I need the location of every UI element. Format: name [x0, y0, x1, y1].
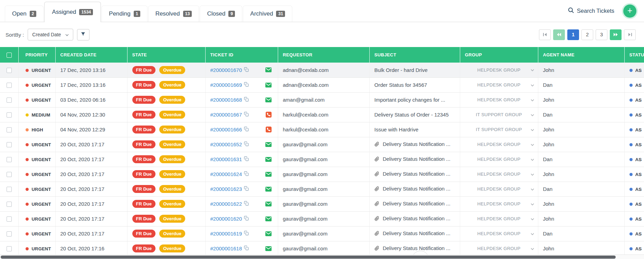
requestor-cell: gaurav@gmail.com	[278, 211, 369, 226]
copy-icon[interactable]	[244, 82, 249, 88]
ticket-id-link[interactable]: #2000001619	[210, 231, 242, 237]
last-page-button[interactable]	[624, 29, 636, 40]
row-checkbox[interactable]	[7, 68, 12, 73]
add-ticket-button[interactable]: +	[623, 4, 636, 18]
row-checkbox[interactable]	[7, 187, 12, 192]
tab-closed[interactable]: Closed 9	[200, 6, 242, 22]
group-cell[interactable]: HELPDESK GROUP	[460, 167, 538, 182]
requestor-cell: gaurav@gmail.com	[278, 226, 369, 241]
ticket-row[interactable]: MEDIUM 04 Nov, 2020 12:30 FR Due Overdue…	[0, 107, 644, 122]
row-checkbox[interactable]	[7, 142, 12, 147]
page-button-3[interactable]: 3	[596, 29, 607, 40]
ticket-id-link[interactable]: #2000001669	[210, 82, 242, 88]
requestor-cell: gaurav@gmail.com	[278, 137, 369, 152]
ticket-row[interactable]: URGENT 20 Oct, 2020 17:17 FR Due Overdue…	[0, 152, 644, 167]
copy-icon[interactable]	[244, 231, 249, 237]
state-cell: FR Due Overdue	[127, 152, 205, 167]
group-cell[interactable]: IT SUPPORT GROUP	[460, 122, 538, 137]
ticket-row[interactable]: URGENT 03 Dec, 2020 06:16 FR Due Overdue…	[0, 92, 644, 107]
group-cell[interactable]: IT SUPPORT GROUP	[460, 107, 538, 122]
page-button-2[interactable]: 2	[581, 29, 593, 40]
row-checkbox[interactable]	[7, 127, 12, 132]
ticket-id-link[interactable]: #2000001623	[210, 186, 242, 192]
copy-icon[interactable]	[244, 156, 249, 162]
copy-icon[interactable]	[244, 216, 249, 222]
sort-select[interactable]: Created Date	[28, 29, 73, 40]
horizontal-scrollbar-thumb[interactable]	[1, 256, 616, 259]
copy-icon[interactable]	[244, 127, 249, 132]
subject-cell: Bulk Order - hard Drive	[369, 63, 460, 77]
tab-assigned[interactable]: Assigned 1534	[44, 2, 101, 22]
mail-icon	[265, 202, 272, 206]
row-checkbox[interactable]	[7, 231, 12, 237]
copy-icon[interactable]	[244, 141, 249, 147]
group-cell[interactable]: HELPDESK GROUP	[460, 211, 538, 226]
row-checkbox[interactable]	[7, 202, 12, 207]
tab-count-badge: 31	[276, 11, 285, 17]
tab-pending[interactable]: Pending 1	[102, 6, 147, 22]
column-header-agent-name: AGENT NAME	[538, 47, 624, 63]
group-cell[interactable]: HELPDESK GROUP	[460, 137, 538, 152]
ticket-row[interactable]: URGENT 20 Oct, 2020 17:17 FR Due Overdue…	[0, 226, 644, 241]
ticket-id-link[interactable]: #2000001652	[210, 141, 242, 147]
priority-dot	[26, 84, 29, 87]
tab-count-badge: 1	[134, 11, 140, 17]
ticket-id-link[interactable]: #2000001622	[210, 201, 242, 207]
ticket-row[interactable]: URGENT 20 Oct, 2020 17:17 FR Due Overdue…	[0, 211, 644, 226]
group-cell[interactable]: HELPDESK GROUP	[460, 182, 538, 196]
row-checkbox[interactable]	[7, 98, 12, 103]
page-button-1[interactable]: 1	[567, 29, 579, 40]
filter-button[interactable]	[77, 29, 89, 40]
row-checkbox[interactable]	[7, 172, 12, 177]
copy-icon[interactable]	[244, 97, 249, 103]
search-tickets-button[interactable]: Search Tickets	[568, 7, 614, 15]
ticket-row[interactable]: URGENT 20 Oct, 2020 17:17 FR Due Overdue…	[0, 137, 644, 152]
copy-icon[interactable]	[244, 171, 249, 177]
group-cell[interactable]: HELPDESK GROUP	[460, 226, 538, 241]
ticket-row[interactable]: URGENT 17 Dec, 2020 13:16 FR Due Overdue…	[0, 63, 644, 77]
group-cell[interactable]: HELPDESK GROUP	[460, 241, 538, 256]
ticket-row[interactable]: URGENT 20 Oct, 2020 17:17 FR Due Overdue…	[0, 182, 644, 196]
ticket-row[interactable]: URGENT 20 Oct, 2020 17:17 FR Due Overdue…	[0, 196, 644, 211]
group-cell[interactable]: HELPDESK GROUP	[460, 92, 538, 107]
ticket-id-cell: #2000001670	[205, 63, 278, 77]
previous-page-button[interactable]	[553, 29, 565, 40]
group-cell[interactable]: HELPDESK GROUP	[460, 152, 538, 167]
copy-icon[interactable]	[244, 201, 249, 207]
row-checkbox[interactable]	[7, 157, 12, 162]
tab-resolved[interactable]: Resolved 13	[148, 6, 199, 22]
group-cell[interactable]: HELPDESK GROUP	[460, 77, 538, 92]
tab-archived[interactable]: Archived 31	[243, 6, 292, 22]
copy-icon[interactable]	[244, 67, 249, 73]
copy-icon[interactable]	[244, 246, 249, 251]
ticket-id-link[interactable]: #2000001667	[210, 112, 242, 118]
ticket-row[interactable]: URGENT 20 Oct, 2020 17:16 FR Due Overdue…	[0, 241, 644, 256]
ticket-id-link[interactable]: #2000001620	[210, 216, 242, 222]
ticket-id-link[interactable]: #2000001670	[210, 67, 242, 73]
status-dot	[629, 99, 633, 102]
group-cell[interactable]: HELPDESK GROUP	[460, 196, 538, 211]
ticket-id-link[interactable]: #2000001666	[210, 127, 242, 132]
row-checkbox[interactable]	[7, 246, 12, 251]
row-checkbox[interactable]	[7, 112, 12, 118]
ticket-row[interactable]: URGENT 20 Oct, 2020 17:17 FR Due Overdue…	[0, 167, 644, 182]
select-all-checkbox[interactable]	[7, 53, 12, 58]
ticket-row[interactable]: HIGH 04 Nov, 2020 12:29 FR Due Overdue #…	[0, 122, 644, 137]
first-page-button[interactable]	[539, 29, 551, 40]
copy-icon[interactable]	[244, 186, 249, 192]
group-cell[interactable]: HELPDESK GROUP	[460, 63, 538, 77]
agent-name-cell: Dan	[538, 182, 624, 196]
copy-icon[interactable]	[244, 112, 249, 118]
chevron-down-icon	[531, 231, 534, 236]
ticket-id-link[interactable]: #2000001618	[210, 246, 242, 251]
ticket-id-link[interactable]: #2000001631	[210, 156, 242, 162]
row-checkbox[interactable]	[7, 83, 12, 88]
row-checkbox[interactable]	[7, 216, 12, 222]
next-page-button[interactable]	[610, 29, 622, 40]
agent-name-cell: John	[538, 137, 624, 152]
horizontal-scrollbar	[0, 255, 644, 259]
ticket-id-link[interactable]: #2000001668	[210, 97, 242, 103]
ticket-row[interactable]: URGENT 17 Dec, 2020 13:16 FR Due Overdue…	[0, 77, 644, 92]
ticket-id-link[interactable]: #2000001624	[210, 171, 242, 177]
tab-open[interactable]: Open 2	[5, 6, 44, 22]
